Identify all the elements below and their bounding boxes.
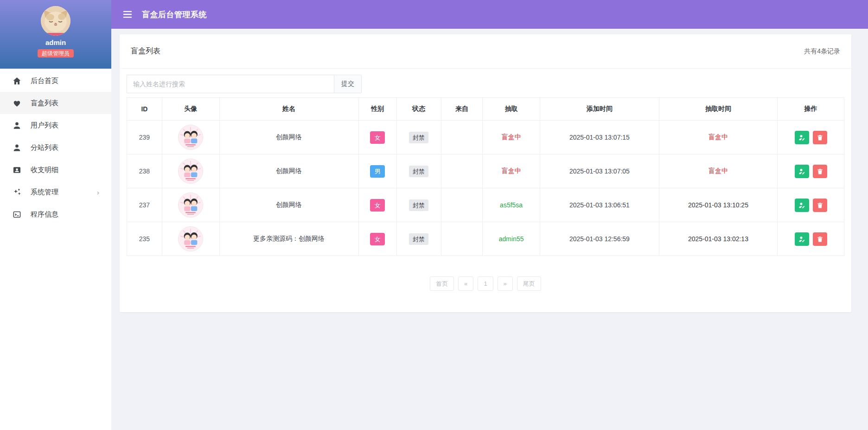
delete-button[interactable] — [813, 199, 827, 212]
page-title: 盲盒列表 — [131, 46, 160, 56]
cell-draw: admin55 — [483, 222, 540, 256]
cat-avatar-image — [41, 6, 70, 36]
status-badge: 封禁 — [409, 199, 428, 211]
cell-id: 238 — [127, 154, 162, 188]
hamburger-icon[interactable] — [122, 9, 134, 20]
status-badge: 封禁 — [409, 132, 428, 143]
cell-name: 创颜网络 — [219, 188, 358, 222]
table-header-row: ID 头像 姓名 性别 状态 来自 抽取 添加时间 抽取时间 操作 — [127, 98, 844, 121]
cell-draw: 盲盒中 — [483, 154, 540, 188]
cell-status: 封禁 — [396, 188, 441, 222]
cell-status: 封禁 — [396, 154, 441, 188]
record-count: 共有4条记录 — [804, 47, 840, 56]
sidebar-item[interactable]: 后台首页 › — [0, 70, 111, 92]
column-header: 头像 — [162, 98, 219, 121]
cell-from — [441, 121, 483, 154]
cell-draw-time: 2025-01-03 13:02:13 — [659, 222, 777, 256]
topbar: 盲盒后台管理系统 — [111, 0, 868, 29]
cell-added-time: 2025-01-03 12:56:59 — [540, 222, 659, 256]
table-row: 235 — [127, 222, 844, 256]
role-badge: 超级管理员 — [38, 49, 74, 58]
sidebar: admin 超级管理员 后台首页 › 盲盒列表 › 用户列表 › 分站列表 › … — [0, 0, 111, 430]
card-body: 提交 ID 头像 姓名 性别 状态 来自 抽取 添加时间 抽取时间 操作 — [120, 69, 851, 312]
gender-badge: 女 — [370, 199, 385, 212]
cell-from — [441, 188, 483, 222]
status-badge: 封禁 — [409, 166, 428, 177]
sparkles-icon — [12, 187, 21, 197]
pagination-button[interactable]: 1 — [478, 276, 493, 291]
app-title: 盲盒后台管理系统 — [142, 9, 207, 20]
table-row: 238 — [127, 154, 844, 188]
trash-icon — [817, 134, 823, 141]
table-row: 239 — [127, 121, 844, 154]
column-header: 操作 — [778, 98, 844, 121]
cell-gender: 女 — [358, 222, 396, 256]
status-badge: 封禁 — [409, 233, 428, 245]
cell-operations — [778, 222, 844, 256]
column-header: 状态 — [396, 98, 441, 121]
column-header: 性别 — [358, 98, 396, 121]
search-input[interactable] — [127, 75, 334, 93]
gender-badge: 女 — [370, 131, 385, 144]
terminal-icon — [12, 210, 21, 219]
cell-gender: 女 — [358, 121, 396, 154]
search-submit-button[interactable]: 提交 — [334, 75, 362, 93]
edit-button[interactable] — [795, 165, 809, 178]
sidebar-item-label: 系统管理 — [31, 188, 58, 197]
home-icon — [12, 76, 21, 85]
id-card-icon — [12, 165, 21, 174]
cell-added-time: 2025-01-03 13:07:05 — [540, 154, 659, 188]
delete-button[interactable] — [813, 165, 827, 178]
main-area: 盲盒后台管理系统 盲盒列表 共有4条记录 提交 — [111, 0, 868, 430]
row-avatar-image — [178, 193, 203, 218]
cell-status: 封禁 — [396, 121, 441, 154]
user-edit-icon — [798, 202, 805, 209]
heart-icon — [12, 98, 21, 108]
sidebar-item[interactable]: 系统管理 › — [0, 181, 111, 203]
table-row: 237 — [127, 188, 844, 222]
sidebar-item[interactable]: 分站列表 › — [0, 136, 111, 159]
column-header: 姓名 — [219, 98, 358, 121]
row-avatar-image — [178, 159, 203, 184]
content: 盲盒列表 共有4条记录 提交 ID 头像 姓 — [111, 29, 868, 430]
column-header: ID — [127, 98, 162, 121]
trash-icon — [817, 236, 823, 243]
avatar[interactable] — [41, 6, 70, 36]
cell-status: 封禁 — [396, 222, 441, 256]
sidebar-item[interactable]: 盲盒列表 › — [0, 92, 111, 114]
delete-button[interactable] — [813, 131, 827, 144]
user-edit-icon — [798, 236, 805, 243]
edit-button[interactable] — [795, 131, 809, 144]
cell-draw-time: 盲盒中 — [659, 121, 777, 154]
trash-icon — [817, 202, 823, 209]
user-icon — [12, 143, 21, 152]
sidebar-item[interactable]: 收支明细 › — [0, 159, 111, 181]
column-header: 添加时间 — [540, 98, 659, 121]
cell-draw: 盲盒中 — [483, 121, 540, 154]
pagination-button[interactable]: » — [498, 276, 513, 291]
delete-button[interactable] — [813, 232, 827, 246]
cell-avatar — [162, 222, 219, 256]
gender-badge: 女 — [370, 233, 385, 245]
cell-from — [441, 222, 483, 256]
cell-name: 创颜网络 — [219, 121, 358, 154]
cell-operations — [778, 121, 844, 154]
sidebar-item[interactable]: 程序信息 › — [0, 203, 111, 225]
pagination-button[interactable]: 首页 — [430, 276, 454, 291]
cell-avatar — [162, 188, 219, 222]
edit-button[interactable] — [795, 232, 809, 246]
profile-panel: admin 超级管理员 — [0, 0, 111, 69]
sidebar-item[interactable]: 用户列表 › — [0, 114, 111, 136]
cell-id: 237 — [127, 188, 162, 222]
user-edit-icon — [798, 168, 805, 175]
pagination-button[interactable]: 尾页 — [517, 276, 541, 291]
sidebar-item-label: 分站列表 — [31, 143, 58, 152]
blindbox-list-card: 盲盒列表 共有4条记录 提交 ID 头像 姓 — [120, 34, 851, 312]
pagination-button[interactable]: « — [458, 276, 473, 291]
column-header: 抽取时间 — [659, 98, 777, 121]
cell-operations — [778, 154, 844, 188]
edit-button[interactable] — [795, 199, 809, 212]
sidebar-item-label: 收支明细 — [31, 166, 58, 174]
chevron-right-icon: › — [97, 188, 99, 196]
cell-name: 更多亲测源码：创颜网络 — [219, 222, 358, 256]
